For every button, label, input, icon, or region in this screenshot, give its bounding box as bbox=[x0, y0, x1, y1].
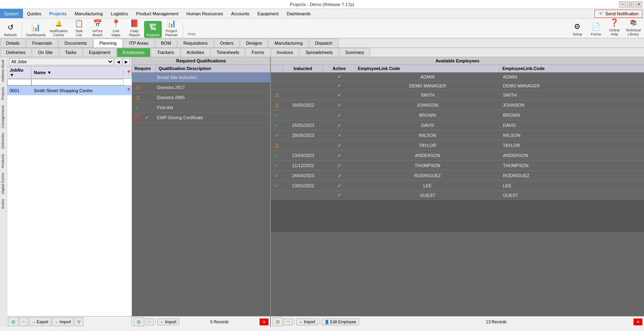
toolbar-projects[interactable]: 🏗 Projects bbox=[144, 21, 162, 38]
job-row[interactable]: 0001 Smith Street Shopping Centre 📍 bbox=[7, 86, 132, 95]
qual-desc: Broad Site Induction bbox=[155, 74, 270, 81]
job-no-filter-input[interactable] bbox=[7, 79, 31, 85]
tab1-bom[interactable]: BOM bbox=[155, 39, 177, 48]
emp-row[interactable]: ✔ 13/01/2022 ✓ LEE LEE bbox=[271, 181, 644, 191]
job-cell-pin: 📍 bbox=[124, 87, 132, 94]
tab2-timesheets[interactable]: Timesheets bbox=[211, 48, 245, 57]
tab1-manufacturing[interactable]: Manufacturing bbox=[268, 39, 309, 48]
emp-row[interactable]: ✓ DEMO MANAGER DEMO MANAGER bbox=[271, 81, 644, 90]
sidebar-item-digital-forms[interactable]: Digital Forms bbox=[0, 170, 7, 197]
qual-row[interactable]: ✔ Broad Site Induction bbox=[132, 72, 270, 83]
emp-edit-button[interactable]: ✏ bbox=[284, 319, 293, 325]
emp-close-button[interactable]: ✕ bbox=[634, 319, 642, 325]
jobs-add-button[interactable]: ⊕ bbox=[8, 317, 19, 326]
tab1-planning[interactable]: Planning bbox=[93, 39, 123, 48]
menu-quotes[interactable]: Quotes bbox=[23, 9, 45, 18]
jobs-import-button[interactable]: ← Import bbox=[52, 317, 74, 326]
tab1-requisitions[interactable]: Requisitions bbox=[178, 39, 214, 48]
emp-row[interactable]: ✓ GUEST GUEST bbox=[271, 191, 644, 200]
emp-row[interactable]: ⚠ ✓ SMITH SMITH bbox=[271, 90, 644, 100]
tab2-forms[interactable]: Forms bbox=[246, 48, 270, 57]
menu-accounts[interactable]: Accounts bbox=[227, 9, 253, 18]
tab2-tasks[interactable]: Tasks bbox=[59, 48, 83, 57]
tab1-itp-areas[interactable]: ITP Areas bbox=[123, 39, 155, 48]
emp-status: ✔ bbox=[271, 172, 283, 180]
jobs-dropdown[interactable]: All Jobs bbox=[9, 58, 114, 65]
print-group-label: Print bbox=[186, 32, 198, 36]
toolbar-refresh[interactable]: ↺ Refresh bbox=[2, 21, 19, 38]
tab2-deliveries[interactable]: Deliveries bbox=[0, 48, 31, 57]
sidebar-item-projects[interactable]: Projects bbox=[0, 85, 7, 103]
minimize-button[interactable]: ─ bbox=[619, 1, 626, 8]
qual-edit-button[interactable]: ✏ bbox=[145, 319, 154, 325]
emp-row[interactable]: ✔ 29/06/2023 ✓ WILSON WILSON bbox=[271, 130, 644, 141]
tab1-details[interactable]: Details bbox=[0, 39, 26, 48]
tab2-summary[interactable]: Summary bbox=[339, 48, 370, 57]
jobs-export-button[interactable]: → Export bbox=[29, 317, 51, 326]
tab2-spreadsheets[interactable]: Spreadsheets bbox=[299, 48, 339, 57]
jobs-edit-button[interactable]: ✏ bbox=[19, 317, 28, 326]
emp-link-code: JOHNSON bbox=[500, 102, 644, 108]
name-filter-input[interactable] bbox=[31, 79, 124, 85]
sidebar-item-address-book[interactable]: Address Book bbox=[0, 57, 7, 85]
emp-link-code: RODRIGUEZ bbox=[500, 172, 644, 179]
sidebar-item-deliveries[interactable]: Deliveries bbox=[0, 130, 7, 151]
emp-row[interactable]: ✔ 11/12/2022 ✓ THOMPSON THOMPSON bbox=[271, 161, 644, 171]
tab2-employees[interactable]: Employees bbox=[117, 48, 151, 57]
emp-import-button[interactable]: ← Import bbox=[296, 319, 318, 325]
restore-button[interactable]: □ bbox=[627, 1, 634, 8]
toolbar-inout-board[interactable]: 📅 In/OutBoard bbox=[89, 17, 106, 38]
emp-row[interactable]: ✔ 24/04/2023 ✓ RODRIGUEZ RODRIGUEZ bbox=[271, 171, 644, 181]
qual-row[interactable]: ✔ First Aid bbox=[132, 103, 270, 113]
emp-edit-employee-button[interactable]: 👤 Edit Employee bbox=[322, 319, 359, 325]
qual-row[interactable]: ⚠ Damstra 2885 bbox=[132, 93, 270, 103]
emp-row[interactable]: ✔ ✓ BROWN BROWN bbox=[271, 110, 644, 120]
sidebar-item-products[interactable]: Products bbox=[0, 151, 7, 171]
tab2-invoices[interactable]: Invoices bbox=[271, 48, 299, 57]
menu-system[interactable]: System bbox=[0, 9, 23, 18]
qual-desc: EWP Driving Certificate bbox=[155, 114, 270, 121]
toolbar-setup[interactable]: ⚙ Setup bbox=[568, 20, 586, 37]
emp-row[interactable]: ⚠ 18/05/2022 ✓ JOHNSON JOHNSON bbox=[271, 100, 644, 110]
qual-import-button[interactable]: ← Import bbox=[157, 319, 179, 325]
qual-add-button[interactable]: ⊕ bbox=[134, 317, 144, 326]
toolbar-daily-report[interactable]: 📕 DailyReport bbox=[126, 17, 143, 38]
tab2-activities[interactable]: Activities bbox=[181, 48, 210, 57]
toolbar-live-maps[interactable]: 📍 LiveMaps bbox=[107, 17, 125, 38]
tab2-on-site[interactable]: On Site bbox=[32, 48, 59, 57]
sidebar-item-consignments[interactable]: Consignments bbox=[0, 103, 7, 131]
emp-row[interactable]: ✓ ADMIN ADMIN bbox=[271, 72, 644, 81]
jobs-filter-button[interactable]: ▽ bbox=[74, 317, 83, 326]
close-button[interactable]: ✕ bbox=[635, 1, 642, 8]
menu-dashboards[interactable]: Dashboards bbox=[283, 9, 314, 18]
tab1-financials[interactable]: Financials bbox=[26, 39, 58, 48]
tab2-trackers[interactable]: Trackers bbox=[151, 48, 180, 57]
menu-equipment[interactable]: Equipment bbox=[254, 9, 283, 18]
tab1-documents[interactable]: Documents bbox=[58, 39, 93, 48]
menu-human-resources[interactable]: Human Resources bbox=[182, 9, 227, 18]
toolbar-task-list[interactable]: 📋 TaskList bbox=[70, 17, 88, 38]
tab1-orders[interactable]: Orders bbox=[214, 39, 240, 48]
toolbar-technical-library[interactable]: 📚 TechnicalLibrary bbox=[624, 16, 642, 37]
tab1-dispatch[interactable]: Dispatch bbox=[309, 39, 339, 48]
toolbar-notification-centre[interactable]: 🔔 NotificationCentre bbox=[48, 17, 70, 38]
sidebar-item-scans[interactable]: Scans bbox=[0, 197, 7, 211]
toolbar-project-planner[interactable]: 📊 ProjectPlanner bbox=[163, 17, 180, 38]
jobs-nav-next[interactable]: ▶ bbox=[123, 58, 130, 65]
jobs-nav-prev[interactable]: ◀ bbox=[115, 58, 122, 65]
toolbar-forms[interactable]: 📄 Forms bbox=[587, 20, 605, 37]
filter-icon: ▼ bbox=[10, 72, 14, 77]
emp-row[interactable]: ⚠ ✓ TAYLOR TAYLOR bbox=[271, 141, 644, 151]
qual-row[interactable]: 🚫 ✓ EWP Driving Certificate bbox=[132, 113, 270, 123]
qual-status-icon: ✔ bbox=[132, 73, 143, 81]
qual-close-button[interactable]: ✕ bbox=[260, 319, 268, 325]
tab2-equipment[interactable]: Equipment bbox=[83, 48, 116, 57]
emp-row[interactable]: ✔ 15/01/2023 ✓ DAVIS DAVIS bbox=[271, 120, 644, 130]
emp-row[interactable]: ✔ 13/04/2023 ✓ ANDERSON ANDERSON bbox=[271, 151, 644, 161]
toolbar-online-help[interactable]: ❓ OnlineHelp bbox=[605, 16, 623, 37]
toolbar-dashboards[interactable]: 📊 Dashboards bbox=[25, 21, 47, 38]
emp-add-button[interactable]: ⊕ bbox=[272, 317, 283, 326]
qual-check bbox=[143, 97, 155, 98]
qual-row[interactable]: ⚠ Damstra 2817 bbox=[132, 83, 270, 93]
tab1-designs[interactable]: Designs bbox=[240, 39, 268, 48]
